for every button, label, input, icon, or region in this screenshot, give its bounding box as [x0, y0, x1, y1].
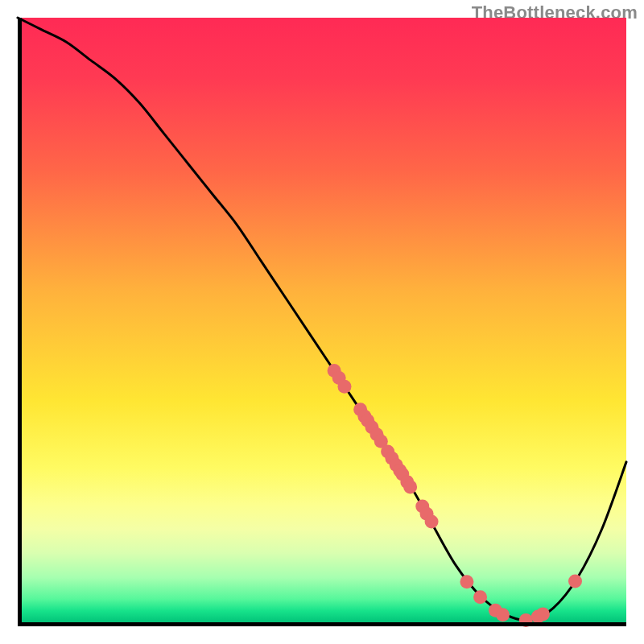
plot-area [18, 18, 626, 626]
data-point [403, 480, 417, 493]
data-point [473, 590, 487, 604]
bottleneck-curve-path [18, 18, 626, 621]
curve-layer [18, 18, 626, 626]
data-point [425, 514, 439, 528]
data-point [568, 575, 582, 588]
y-axis [18, 18, 22, 626]
data-point [496, 608, 510, 621]
data-point [460, 575, 473, 588]
data-point [337, 380, 351, 394]
data-point [536, 607, 550, 621]
bottleneck-chart: TheBottleneck.com [0, 0, 644, 644]
x-axis [18, 622, 626, 626]
data-markers [328, 364, 582, 627]
